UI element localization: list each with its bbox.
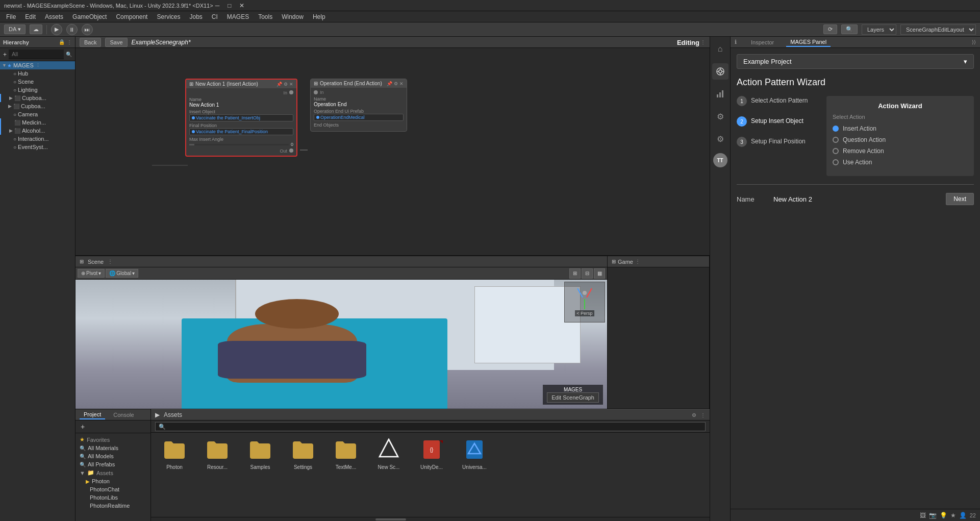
scene-menu-button[interactable]: ⋮ <box>108 259 113 264</box>
avatar-button[interactable]: TT <box>713 153 727 167</box>
search-button[interactable]: 🔍 <box>841 24 858 34</box>
tree-item-mages[interactable]: ▼ ★ MAGES ⋮ <box>0 61 75 69</box>
asset-item-textmeshpro[interactable]: TextMe... <box>331 437 361 470</box>
tree-item-camera[interactable]: ○ Camera <box>0 110 75 118</box>
project-item-photon[interactable]: ▶ Photon <box>78 477 148 485</box>
scene-tool-3[interactable]: ▦ <box>594 268 605 279</box>
menu-window[interactable]: Window <box>278 12 308 21</box>
menu-services[interactable]: Services <box>153 12 184 21</box>
tree-item-interaction[interactable]: ○ Interaction... <box>0 135 75 143</box>
project-add-button[interactable]: + <box>79 421 87 432</box>
layers-dropdown[interactable]: Layers <box>862 24 896 35</box>
tree-item-medicine[interactable]: ⬛ Medicin... <box>0 118 75 127</box>
asset-item-universal[interactable]: Universa... <box>459 437 490 470</box>
scroll-thumb[interactable] <box>375 518 406 520</box>
home-icon-button[interactable]: ⌂ <box>712 41 728 57</box>
add-hierarchy-button[interactable]: + <box>3 51 7 58</box>
scenegraph-menu-button[interactable]: ⋮ <box>700 39 706 45</box>
scene-tool-2[interactable]: ⊟ <box>582 268 593 279</box>
radio-question-action[interactable]: Question Action <box>833 136 968 143</box>
menu-tools[interactable]: Tools <box>254 12 277 21</box>
menu-gameobject[interactable]: GameObject <box>68 12 111 21</box>
shield-icon-button[interactable] <box>712 63 728 80</box>
asset-item-samples[interactable]: Samples <box>245 437 275 470</box>
node-new-action-1[interactable]: ⊞ New Action 1 (Insert Action) 📌 ⚙ ✕ In <box>185 79 297 157</box>
asset-item-photon[interactable]: Photon <box>159 437 190 470</box>
node2-pin-button[interactable]: 📌 <box>387 81 392 86</box>
asset-item-settings[interactable]: Settings <box>288 437 318 470</box>
status-icon-3[interactable]: 💡 <box>940 512 947 519</box>
status-icon-2[interactable]: 📷 <box>929 512 937 519</box>
assets-search-input[interactable] <box>155 422 706 431</box>
asset-item-unitydev[interactable]: {} UnityDe... <box>416 437 447 470</box>
menu-file[interactable]: File <box>2 12 20 21</box>
asset-item-newscene[interactable]: New Sc... <box>373 437 404 470</box>
menu-mages[interactable]: MAGES <box>223 12 253 21</box>
cloud-button[interactable]: ☁ <box>30 24 42 34</box>
global-button[interactable]: 🌐 Global ▾ <box>106 269 138 278</box>
history-button[interactable]: ⟳ <box>823 24 837 34</box>
pivot-button[interactable]: ⊕ Pivot ▾ <box>78 269 105 278</box>
save-button[interactable]: Save <box>105 38 127 47</box>
game-menu-button[interactable]: ⋮ <box>635 259 640 264</box>
radio-remove-action[interactable]: Remove Action <box>833 147 968 155</box>
menu-assets[interactable]: Assets <box>41 12 67 21</box>
play-button[interactable]: ▶ <box>51 24 62 35</box>
status-icon-4[interactable]: ★ <box>950 512 956 519</box>
tab-inspector[interactable]: Inspector <box>747 38 778 46</box>
tree-item-eventsystem[interactable]: ○ EventSyst... <box>0 143 75 151</box>
tree-item-lighting[interactable]: ○ Lighting <box>0 86 75 94</box>
status-icon-1[interactable]: 🖼 <box>920 512 926 519</box>
radio-use-action[interactable]: Use Action <box>833 159 968 166</box>
tab-project[interactable]: Project <box>80 410 105 419</box>
layout-dropdown[interactable]: SceneGraphEditLayout <box>900 24 976 35</box>
menu-jobs[interactable]: Jobs <box>185 12 206 21</box>
menu-component[interactable]: Component <box>112 12 152 21</box>
da-dropdown-button[interactable]: DA ▾ <box>4 24 26 34</box>
minimize-button[interactable]: ─ <box>213 2 222 9</box>
inspector-expand-button[interactable]: ⟩⟩ <box>972 39 976 45</box>
node-operation-end[interactable]: ⊞ Operation End (End Action) 📌 ⚙ ✕ In <box>310 79 407 132</box>
chart-icon-button[interactable] <box>712 86 728 102</box>
project-item-materials[interactable]: 🔍 All Materials <box>78 444 148 452</box>
tab-console[interactable]: Console <box>109 411 138 419</box>
project-item-photonchat[interactable]: PhotonChat <box>78 485 148 493</box>
edit-scenegraph-button[interactable]: Edit SceneGraph <box>547 392 599 403</box>
settings-icon-button[interactable]: ⚙ <box>712 108 728 125</box>
hierarchy-search-icon[interactable]: 🔍 <box>66 52 72 57</box>
hierarchy-menu-button[interactable]: ⋮ <box>67 39 72 45</box>
node2-settings-button[interactable]: ⚙ <box>394 81 398 86</box>
menu-edit[interactable]: Edit <box>21 12 40 21</box>
node1-settings-button[interactable]: ⚙ <box>284 82 288 87</box>
hierarchy-lock-button[interactable]: 🔒 <box>59 39 65 45</box>
back-button[interactable]: Back <box>80 38 101 47</box>
project-item-models[interactable]: 🔍 All Models <box>78 452 148 460</box>
node2-close-button[interactable]: ✕ <box>399 81 404 86</box>
project-item-photonrealtime[interactable]: PhotonRealtime <box>78 502 148 510</box>
close-button[interactable]: ✕ <box>237 2 246 9</box>
maximize-button[interactable]: □ <box>225 2 233 9</box>
radio-insert-action[interactable]: Insert Action <box>833 125 968 132</box>
project-item-photonlibs[interactable]: PhotonLibs <box>78 493 148 502</box>
assets-menu-button[interactable]: ⋮ <box>700 412 706 418</box>
tab-mages-panel[interactable]: MAGES Panel <box>786 38 831 47</box>
tree-item-scene[interactable]: ○ Scene <box>0 78 75 86</box>
menu-ci[interactable]: CI <box>208 12 222 21</box>
settings2-icon-button[interactable]: ⚙ <box>712 131 728 147</box>
menu-help[interactable]: Help <box>309 12 330 21</box>
asset-item-resources[interactable]: Resour... <box>202 437 233 470</box>
tree-item-alcohol[interactable]: ▶ ⬛ Alcohol... <box>0 127 75 135</box>
hierarchy-search[interactable] <box>9 49 64 59</box>
assets-settings-button[interactable]: ⚙ <box>692 412 696 418</box>
tree-item-cupboard1[interactable]: ▶ ⬛ Cupboa... <box>0 94 75 102</box>
status-icon-5[interactable]: 👤 <box>959 512 967 519</box>
step-button[interactable]: ⏭ <box>82 24 93 35</box>
pause-button[interactable]: ⏸ <box>66 24 78 35</box>
tree-item-cupboard2[interactable]: ▶ ⬛ Cupboa... <box>0 102 75 110</box>
tree-item-hub[interactable]: ○ Hub <box>0 69 75 78</box>
project-dropdown[interactable]: Example Project ▾ <box>737 54 974 69</box>
scene-tool-1[interactable]: ⊞ <box>569 268 581 279</box>
next-button[interactable]: Next <box>946 193 974 205</box>
node1-close-button[interactable]: ✕ <box>289 82 293 87</box>
project-item-prefabs[interactable]: 🔍 All Prefabs <box>78 460 148 468</box>
